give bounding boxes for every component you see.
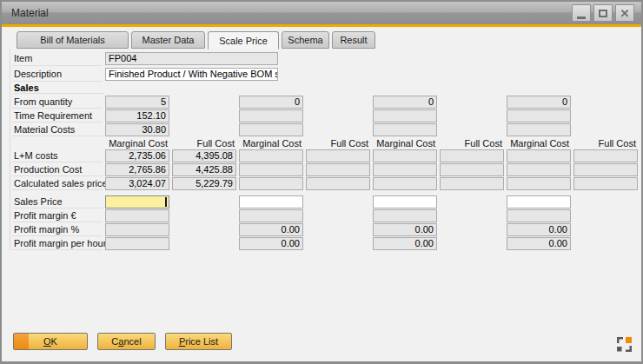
time-requirement-field: 152.10 [105, 109, 169, 122]
sales-price-row: Sales Price [12, 195, 641, 208]
default-button-marker [14, 334, 29, 349]
ok-button[interactable]: OK [13, 333, 88, 350]
lm-costs-field: 2,735.06 [105, 149, 169, 162]
time-requirement-label: Time Requirement [12, 109, 103, 122]
tab-result[interactable]: Result [332, 31, 375, 49]
column-header: Full Cost [573, 138, 638, 149]
sales-price-input[interactable] [239, 195, 303, 208]
profit-margin-per-hour-field: 0.00 [239, 237, 303, 250]
time-requirement-row: Time Requirement 152.10 [12, 109, 641, 122]
minimize-button[interactable] [572, 4, 591, 22]
profit-margin-eur-field [105, 209, 169, 222]
empty-header-cell [12, 137, 103, 149]
lm-costs-field [306, 149, 370, 162]
production-cost-field [440, 163, 504, 176]
production-cost-field [573, 163, 638, 176]
calculated-sales-price-row: Calculated sales price 3,024.07 5,229.79 [12, 176, 641, 190]
profit-margin-eur-row: Profit margin € [12, 208, 641, 222]
sales-price-input[interactable] [373, 195, 437, 208]
column-header: Marginal Cost [105, 138, 169, 149]
description-row: Description Finished Product / With Nega… [12, 66, 641, 82]
calculated-sales-price-field [306, 177, 370, 190]
calculated-sales-price-field: 3,024.07 [105, 177, 169, 190]
profit-margin-per-hour-field [105, 237, 169, 250]
profit-margin-pct-row: Profit margin % 0.00 0.00 0.00 [12, 222, 641, 236]
lm-costs-field [507, 149, 571, 162]
item-label: Item [12, 50, 103, 66]
production-cost-field: 2,765.86 [105, 163, 169, 176]
from-quantity-field: 0 [507, 96, 571, 109]
cancel-button[interactable]: Cancel [97, 333, 156, 350]
time-requirement-field [373, 109, 437, 122]
window-title: Material [2, 7, 49, 19]
item-row: Item FP004 [12, 50, 641, 66]
profit-margin-eur-field [507, 209, 571, 222]
time-requirement-field [239, 109, 303, 122]
lm-costs-field [440, 149, 504, 162]
material-costs-label: Material Costs [12, 122, 103, 136]
production-cost-field [507, 163, 571, 176]
form-settings-icon[interactable] [617, 337, 632, 352]
lm-costs-field [239, 149, 303, 162]
calculated-sales-price-field: 5,229.79 [172, 177, 236, 190]
column-header: Marginal Cost [507, 138, 571, 149]
profit-margin-pct-label: Profit margin % [12, 222, 103, 236]
lm-costs-field [373, 149, 437, 162]
production-cost-label: Production Cost [12, 162, 103, 176]
from-quantity-row: From quantity 5 0 0 0 [12, 95, 641, 109]
tab-master-data[interactable]: Master Data [131, 31, 205, 49]
maximize-button[interactable] [593, 4, 613, 22]
production-cost-row: Production Cost 2,765.86 4,425.88 [12, 162, 641, 176]
column-header: Full Cost [172, 138, 236, 149]
text-caret [165, 197, 167, 207]
lm-costs-row: L+M costs 2,735.06 4,395.08 [12, 149, 641, 162]
production-cost-field [306, 163, 370, 176]
close-button[interactable]: ✕ [615, 4, 634, 22]
time-requirement-field [507, 109, 571, 122]
column-header: Full Cost [306, 138, 370, 149]
profit-margin-pct-field [105, 223, 169, 236]
column-header: Full Cost [440, 138, 504, 149]
material-costs-field [373, 123, 437, 136]
calculated-sales-price-field [573, 177, 638, 190]
from-quantity-field: 0 [373, 96, 437, 109]
accent-bar [2, 24, 641, 27]
minimize-icon [577, 17, 586, 19]
lm-costs-field [573, 149, 638, 162]
profit-margin-pct-field: 0.00 [373, 223, 437, 236]
sales-section-title: Sales [14, 83, 104, 94]
material-costs-field [507, 123, 571, 136]
action-buttons: OK Cancel Price List [13, 333, 232, 350]
tab-scale-price[interactable]: Scale Price [208, 31, 279, 50]
production-cost-field [373, 163, 437, 176]
calculated-sales-price-field [373, 177, 437, 190]
sales-price-label: Sales Price [12, 195, 103, 208]
maximize-icon [599, 10, 607, 17]
from-quantity-field: 5 [105, 96, 169, 109]
profit-margin-pct-field: 0.00 [239, 223, 303, 236]
material-window: Material ✕ Bill of Materials Master Data… [0, 0, 643, 364]
tab-bar: Bill of Materials Master Data Scale Pric… [17, 31, 641, 49]
tab-bill-of-materials[interactable]: Bill of Materials [17, 31, 129, 49]
from-quantity-field: 0 [239, 96, 303, 109]
price-list-button[interactable]: Price List [165, 333, 232, 350]
profit-margin-per-hour-field: 0.00 [507, 237, 571, 250]
material-costs-field: 30.80 [105, 123, 169, 136]
production-cost-field: 4,425.88 [172, 163, 236, 176]
profit-margin-eur-label: Profit margin € [12, 208, 103, 222]
description-label: Description [12, 66, 103, 82]
profit-margin-per-hour-row: Profit margin per hour 0.00 0.00 0.00 [12, 236, 641, 250]
description-field[interactable]: Finished Product / With Negative BOM sev… [105, 68, 278, 81]
profit-margin-eur-field [373, 209, 437, 222]
profit-margin-eur-field [239, 209, 303, 222]
lm-costs-field: 4,395.08 [172, 149, 236, 162]
sales-price-input[interactable] [507, 195, 571, 208]
cost-column-headers: Marginal Cost Full Cost Marginal Cost Fu… [12, 137, 641, 149]
column-header: Marginal Cost [239, 138, 303, 149]
window-controls: ✕ [572, 4, 634, 22]
material-costs-field [239, 123, 303, 136]
tab-schema[interactable]: Schema [282, 31, 329, 49]
from-quantity-label: From quantity [12, 95, 103, 109]
sales-price-input[interactable] [105, 195, 169, 208]
column-header: Marginal Cost [373, 138, 437, 149]
